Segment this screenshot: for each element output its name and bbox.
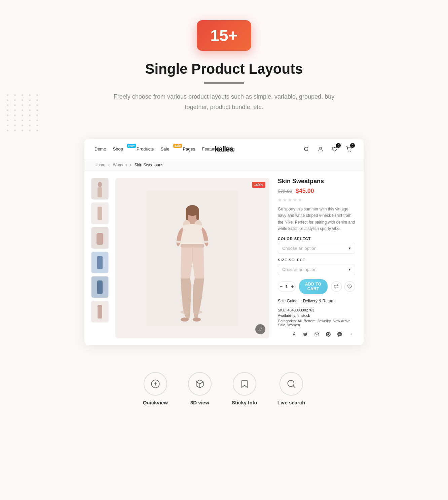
thumbnail-6[interactable] — [91, 301, 109, 323]
availability-label: Availability: — [278, 313, 296, 318]
categories-label: Categories: — [278, 319, 297, 323]
availability-row: Availability: In stock — [278, 313, 355, 318]
3dview-label: 3D view — [190, 400, 209, 405]
delivery-link[interactable]: Delivery & Return — [303, 299, 335, 303]
thumbnail-5[interactable] — [91, 276, 109, 298]
color-select[interactable]: Choose an option ▾ — [278, 243, 355, 254]
sale-badge: Sale — [173, 144, 182, 148]
livesearch-label: Live search — [277, 400, 305, 405]
wishlist-button[interactable]: 0 — [330, 144, 339, 154]
svg-rect-7 — [98, 207, 102, 220]
svg-rect-11 — [98, 305, 102, 319]
price-group: $75.00 $45.00 — [278, 188, 355, 195]
svg-line-1 — [307, 150, 308, 151]
star-4 — [293, 198, 297, 202]
feature-quickview: Quickview — [143, 372, 168, 405]
nav-demo[interactable]: Demo — [95, 146, 106, 152]
breadcrumb-home[interactable]: Home — [95, 163, 105, 167]
svg-point-22 — [181, 310, 190, 314]
color-chevron-icon: ▾ — [349, 246, 351, 251]
size-guide-link[interactable]: Size Guide — [278, 299, 298, 303]
size-select-label: SIZE SELECT — [278, 258, 355, 262]
nav-pages[interactable]: Pages — [183, 146, 195, 152]
discount-badge: -40% — [252, 182, 265, 188]
features-section: Quickview 3D view Sticky Info Li — [0, 359, 448, 426]
nav-products[interactable]: Products — [137, 146, 154, 152]
sku-value: 4540383002763 — [288, 308, 314, 312]
svg-rect-25 — [177, 241, 181, 243]
breadcrumb-sep-2: › — [130, 163, 131, 167]
price-sale: $45.00 — [296, 188, 314, 195]
thumbnail-2[interactable] — [91, 202, 109, 224]
star-3 — [288, 198, 292, 202]
svg-point-21 — [193, 318, 201, 322]
svg-line-28 — [259, 330, 260, 331]
svg-point-20 — [181, 318, 189, 322]
size-chevron-icon: ▾ — [349, 267, 351, 272]
star-2 — [283, 198, 287, 202]
price-original: $75.00 — [278, 189, 292, 194]
svg-point-5 — [98, 182, 102, 187]
breadcrumb-women[interactable]: Women — [113, 163, 127, 167]
cart-button[interactable]: 0 — [344, 144, 353, 154]
product-image-svg — [147, 191, 238, 326]
product-card: Demo Shop New Products Sale Sale Pages F… — [84, 139, 364, 345]
size-select[interactable]: Choose an option ▾ — [278, 264, 355, 275]
sku-label: SKU: — [278, 308, 287, 312]
nav-sale[interactable]: Sale Sale — [160, 146, 176, 152]
svg-point-4 — [350, 151, 351, 151]
product-description: Go sporty this summer with this vintage … — [278, 206, 355, 232]
page-title: Single Product Layouts — [7, 61, 441, 77]
svg-point-2 — [320, 147, 321, 149]
svg-rect-26 — [203, 241, 208, 243]
nav-shop[interactable]: Shop New — [113, 146, 130, 152]
feature-sticky: Sticky Info — [232, 372, 257, 405]
hero-subtitle: Freely choose from various product layou… — [110, 92, 338, 112]
quantity-value: 1 — [284, 284, 290, 289]
svg-rect-24 — [181, 244, 204, 247]
svg-rect-9 — [97, 256, 103, 269]
site-logo: kalles — [215, 145, 233, 154]
more-share[interactable]: + — [347, 330, 355, 338]
livesearch-icon-circle — [279, 372, 303, 396]
quantity-control: − 1 + — [278, 281, 296, 292]
wishlist-add-button[interactable] — [344, 281, 355, 292]
quantity-decrease[interactable]: − — [278, 281, 284, 292]
compare-button[interactable] — [331, 281, 342, 292]
svg-point-3 — [348, 151, 348, 151]
quickview-icon-circle — [144, 372, 167, 396]
thumbnail-1[interactable] — [91, 178, 109, 200]
thumbnail-4[interactable] — [91, 252, 109, 273]
thumbnail-3[interactable] — [91, 227, 109, 249]
title-underline — [204, 82, 244, 84]
expand-button[interactable] — [255, 324, 265, 334]
feature-3dview: 3D view — [188, 372, 212, 405]
svg-rect-8 — [97, 233, 103, 245]
hero-section: 15+ Single Product Layouts Freely choose… — [0, 0, 448, 126]
svg-rect-18 — [196, 210, 199, 220]
thumbnail-list — [91, 178, 109, 338]
svg-line-27 — [261, 328, 262, 329]
product-main-image: -40% — [115, 178, 269, 338]
categories-row: Categories: All, Bottom, Jewellry, New A… — [278, 319, 355, 327]
product-action-links: Size Guide Delivery & Return — [278, 299, 355, 303]
pinterest-share[interactable] — [324, 330, 332, 338]
svg-point-33 — [288, 380, 294, 387]
add-to-cart-button[interactable]: ADD TO CART — [299, 279, 328, 294]
svg-rect-6 — [98, 187, 102, 197]
twitter-share[interactable] — [301, 330, 309, 338]
wishlist-count: 0 — [336, 143, 341, 148]
star-5 — [298, 198, 302, 202]
email-share[interactable] — [313, 330, 321, 338]
color-select-value: Choose an option — [282, 246, 316, 251]
search-button[interactable] — [302, 144, 311, 154]
breadcrumb-sep-1: › — [108, 163, 110, 167]
facebook-share[interactable] — [290, 330, 298, 338]
account-button[interactable] — [316, 144, 325, 154]
count-badge: 15+ — [197, 20, 251, 51]
nav-links: Demo Shop New Products Sale Sale Pages F… — [95, 146, 302, 152]
nav-icon-group: 0 0 — [302, 144, 353, 154]
quantity-increase[interactable]: + — [290, 281, 295, 292]
messenger-share[interactable] — [336, 330, 344, 338]
feature-livesearch: Live search — [277, 372, 305, 405]
